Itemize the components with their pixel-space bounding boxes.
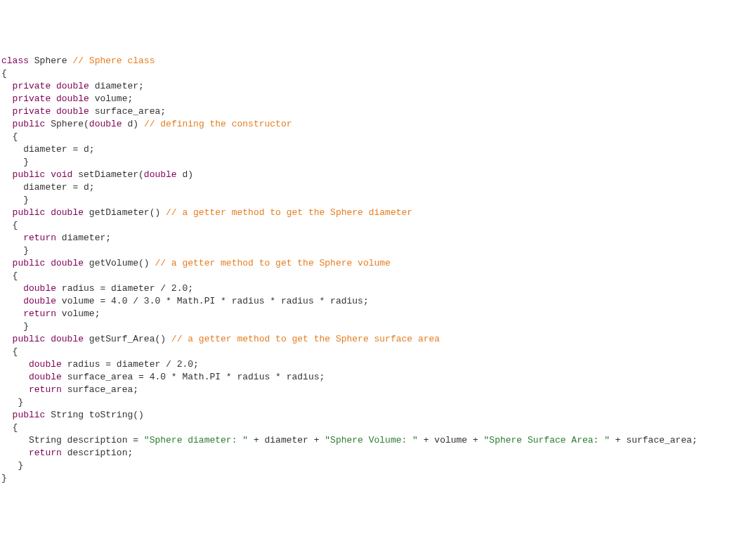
code-text bbox=[1, 372, 29, 382]
code-line: } bbox=[1, 460, 739, 472]
keyword: double bbox=[144, 169, 177, 180]
code-text: { bbox=[1, 68, 7, 79]
code-text: volume = 4.0 / 3.0 * Math.PI * radius * … bbox=[56, 296, 369, 306]
code-line: diameter = d; bbox=[1, 143, 739, 156]
comment: // a getter method to get the Sphere vol… bbox=[155, 258, 390, 268]
code-text: surface_area = 4.0 * Math.PI * radius * … bbox=[62, 372, 325, 382]
keyword: double bbox=[29, 359, 62, 370]
code-text: String toString() bbox=[45, 410, 143, 420]
code-text bbox=[1, 169, 13, 180]
code-text: { bbox=[1, 220, 18, 230]
code-line: private double surface_area; bbox=[1, 105, 739, 118]
comment: // a getter method to get the Sphere sur… bbox=[171, 334, 440, 344]
code-text bbox=[1, 93, 13, 104]
code-line: double surface_area = 4.0 * Math.PI * ra… bbox=[1, 371, 739, 384]
code-text: + surface_area; bbox=[610, 435, 698, 445]
code-line: diameter = d; bbox=[1, 181, 739, 194]
code-line: class Sphere // Sphere class bbox=[1, 55, 739, 67]
code-text: diameter; bbox=[56, 233, 111, 243]
keyword: private double bbox=[13, 106, 89, 117]
code-text: d) bbox=[177, 169, 193, 180]
code-line: { bbox=[1, 67, 739, 80]
code-text bbox=[1, 448, 29, 458]
keyword: double bbox=[23, 296, 56, 306]
code-text: } bbox=[1, 157, 29, 167]
keyword: double bbox=[23, 283, 56, 294]
comment: // defining the constructor bbox=[144, 119, 292, 129]
code-line: { bbox=[1, 422, 739, 434]
code-line: public double getVolume() // a getter me… bbox=[1, 257, 739, 270]
keyword: public double bbox=[13, 258, 84, 268]
code-text: + volume + bbox=[418, 435, 484, 445]
code-line: { bbox=[1, 270, 739, 282]
code-text: } bbox=[1, 397, 23, 408]
code-line: } bbox=[1, 320, 739, 333]
code-text: Sphere bbox=[29, 56, 72, 66]
code-line: } bbox=[1, 194, 739, 207]
code-text: Sphere( bbox=[45, 119, 89, 129]
code-line: private double diameter; bbox=[1, 80, 739, 93]
code-line: } bbox=[1, 245, 739, 257]
code-line: String description = "Sphere diameter: "… bbox=[1, 434, 739, 447]
code-editor[interactable]: class Sphere // Sphere class{ private do… bbox=[1, 55, 739, 485]
keyword: public void bbox=[13, 169, 73, 180]
code-line: return description; bbox=[1, 447, 739, 460]
code-line: double volume = 4.0 / 3.0 * Math.PI * ra… bbox=[1, 295, 739, 308]
code-line: } bbox=[1, 156, 739, 169]
keyword: return bbox=[23, 308, 56, 319]
code-line: { bbox=[1, 219, 739, 232]
code-text: { bbox=[1, 422, 18, 433]
code-text bbox=[1, 81, 13, 91]
code-line: public double getSurf_Area() // a getter… bbox=[1, 333, 739, 346]
keyword: double bbox=[29, 372, 62, 382]
code-text: volume; bbox=[56, 308, 100, 319]
code-text: setDiameter( bbox=[72, 169, 143, 180]
code-text bbox=[1, 233, 23, 243]
code-line: } bbox=[1, 396, 739, 409]
keyword: public bbox=[13, 119, 46, 129]
code-text: radius = diameter / 2.0; bbox=[56, 283, 193, 294]
code-text: } bbox=[1, 473, 7, 483]
keyword: public bbox=[13, 410, 46, 420]
code-text bbox=[1, 334, 13, 344]
code-text: getVolume() bbox=[84, 258, 155, 268]
keyword: double bbox=[89, 119, 122, 129]
code-text: surface_area; bbox=[89, 106, 166, 117]
comment: // a getter method to get the Sphere dia… bbox=[166, 207, 412, 218]
keyword: return bbox=[29, 384, 62, 395]
keyword: return bbox=[29, 448, 62, 458]
code-text: volume; bbox=[89, 93, 133, 104]
code-text: getSurf_Area() bbox=[84, 334, 171, 344]
code-line: return volume; bbox=[1, 308, 739, 320]
code-line: { bbox=[1, 346, 739, 358]
code-line: public Sphere(double d) // defining the … bbox=[1, 118, 739, 131]
keyword: public double bbox=[13, 207, 84, 218]
code-text bbox=[1, 258, 13, 268]
code-text: diameter = d; bbox=[1, 182, 95, 193]
code-line: return diameter; bbox=[1, 232, 739, 245]
code-text: diameter = d; bbox=[1, 144, 95, 155]
code-text: } bbox=[1, 195, 29, 205]
code-text bbox=[1, 410, 13, 420]
code-text bbox=[1, 308, 23, 319]
keyword: private double bbox=[13, 93, 89, 104]
keyword: class bbox=[1, 56, 29, 66]
code-text: description; bbox=[62, 448, 133, 458]
code-text bbox=[1, 359, 29, 370]
code-text: radius = diameter / 2.0; bbox=[62, 359, 199, 370]
code-line: public void setDiameter(double d) bbox=[1, 169, 739, 181]
code-text bbox=[1, 283, 23, 294]
code-line: public double getDiameter() // a getter … bbox=[1, 207, 739, 219]
code-text bbox=[1, 119, 13, 129]
code-text: diameter; bbox=[89, 81, 144, 91]
code-line: double radius = diameter / 2.0; bbox=[1, 282, 739, 295]
code-text bbox=[1, 296, 23, 306]
code-line: return surface_area; bbox=[1, 384, 739, 396]
string-literal: "Sphere diameter: " bbox=[144, 435, 248, 445]
code-text: String description = bbox=[1, 435, 144, 445]
code-text: { bbox=[1, 271, 18, 281]
code-text bbox=[1, 384, 29, 395]
code-text bbox=[1, 106, 13, 117]
code-text: { bbox=[1, 346, 18, 357]
code-line: { bbox=[1, 131, 739, 143]
